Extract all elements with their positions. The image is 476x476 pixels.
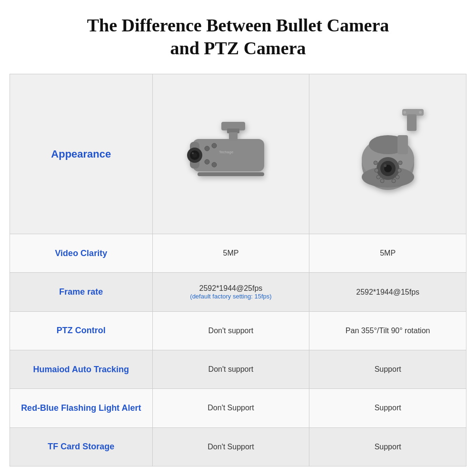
- svg-point-28: [374, 161, 377, 165]
- svg-point-10: [205, 159, 209, 164]
- bullet-video-clarity: 5MP: [152, 234, 309, 273]
- svg-point-30: [377, 175, 380, 179]
- row-video-clarity: Video Clarity 5MP 5MP: [10, 234, 466, 273]
- feature-cell-ptz-control: PTZ Control: [10, 311, 153, 350]
- ptz-humanoid-tracking: Support: [309, 350, 466, 388]
- feature-cell-red-blue-alert: Red-Blue Flashing Light Alert: [10, 389, 153, 427]
- bullet-red-blue-alert-value: Don't Support: [208, 404, 254, 412]
- row-humanoid-tracking: Humaiod Auto Tracking Don't support Supp…: [10, 350, 466, 388]
- svg-point-7: [192, 152, 194, 154]
- bullet-humanoid-tracking: Don't support: [152, 350, 309, 388]
- bullet-camera-image-cell: Techage: [152, 74, 309, 234]
- svg-rect-2: [193, 139, 264, 171]
- feature-cell-appearance: Appearance: [10, 74, 153, 234]
- svg-text:Techage: Techage: [219, 150, 234, 154]
- feature-label-frame-rate: Frame rate: [59, 287, 103, 297]
- svg-point-33: [397, 169, 401, 172]
- ptz-video-clarity: 5MP: [309, 234, 466, 273]
- ptz-frame-rate: 2592*1944@15fps: [309, 273, 466, 311]
- svg-rect-22: [397, 135, 408, 154]
- svg-point-29: [398, 161, 402, 165]
- bullet-tf-card-value: Don't Support: [208, 443, 254, 451]
- bullet-ptz-control: Don't support: [152, 311, 309, 350]
- svg-rect-16: [407, 114, 416, 131]
- ptz-humanoid-tracking-value: Support: [375, 365, 401, 373]
- feature-cell-video-clarity: Video Clarity: [10, 234, 153, 273]
- feature-label-video-clarity: Video Clarity: [55, 248, 107, 258]
- feature-label-ptz-control: PTZ Control: [57, 326, 106, 335]
- bullet-camera-image: Techage: [162, 97, 300, 211]
- bullet-video-clarity-value: 5MP: [223, 249, 239, 257]
- bullet-frame-rate-sub: (default factory setting: 15fps): [159, 293, 304, 300]
- svg-point-35: [392, 179, 396, 183]
- svg-point-8: [205, 146, 209, 151]
- feature-label-appearance: Appearance: [51, 148, 111, 160]
- ptz-tf-card-value: Support: [375, 443, 401, 451]
- bullet-tf-card: Don't Support: [152, 427, 309, 466]
- ptz-red-blue-alert-value: Support: [375, 404, 401, 412]
- title-line2: and PTZ Camera: [170, 38, 306, 58]
- ptz-ptz-control-value: Pan 355°/Tilt 90° rotation: [346, 327, 430, 335]
- feature-label-tf-card: TF Card Storage: [48, 442, 114, 451]
- svg-point-32: [375, 169, 378, 172]
- svg-point-27: [384, 164, 387, 167]
- page: The Difference Between Bullet Camera and…: [0, 0, 476, 476]
- ptz-tf-card: Support: [309, 427, 466, 466]
- row-frame-rate: Frame rate 2592*1944@25fps (default fact…: [10, 273, 466, 311]
- comparison-table: Appearance: [10, 74, 466, 466]
- row-appearance: Appearance: [10, 74, 466, 234]
- ptz-camera-svg: [345, 107, 431, 202]
- ptz-red-blue-alert: Support: [309, 389, 466, 427]
- row-ptz-control: PTZ Control Don't support Pan 355°/Tilt …: [10, 311, 466, 350]
- svg-point-18: [419, 111, 422, 114]
- bullet-red-blue-alert: Don't Support: [152, 389, 309, 427]
- bullet-camera-svg: Techage: [183, 121, 278, 188]
- feature-label-humanoid-tracking: Humaiod Auto Tracking: [33, 365, 129, 374]
- row-red-blue-alert: Red-Blue Flashing Light Alert Don't Supp…: [10, 389, 466, 427]
- ptz-ptz-control: Pan 355°/Tilt 90° rotation: [309, 311, 466, 350]
- bullet-frame-rate: 2592*1944@25fps (default factory setting…: [152, 273, 309, 311]
- svg-point-9: [212, 143, 217, 148]
- feature-label-red-blue-alert: Red-Blue Flashing Light Alert: [21, 403, 141, 413]
- feature-cell-humanoid-tracking: Humaiod Auto Tracking: [10, 350, 153, 388]
- bullet-ptz-control-value: Don't support: [208, 327, 254, 335]
- feature-cell-tf-card: TF Card Storage: [10, 427, 153, 466]
- svg-point-31: [396, 175, 399, 179]
- ptz-camera-image-cell: [309, 74, 466, 234]
- title-line1: The Difference Between Bullet Camera: [87, 15, 389, 35]
- bullet-frame-rate-value: 2592*1944@25fps (default factory setting…: [159, 284, 304, 300]
- bullet-frame-rate-main: 2592*1944@25fps: [159, 284, 304, 293]
- ptz-video-clarity-value: 5MP: [380, 249, 396, 257]
- ptz-camera-image: [319, 97, 456, 211]
- svg-rect-14: [229, 132, 238, 141]
- bullet-humanoid-tracking-value: Don't support: [208, 365, 254, 373]
- ptz-frame-rate-value: 2592*1944@15fps: [356, 288, 419, 296]
- svg-point-34: [380, 179, 384, 183]
- svg-rect-13: [198, 172, 264, 176]
- svg-point-17: [403, 111, 406, 114]
- svg-point-11: [212, 162, 217, 167]
- page-title: The Difference Between Bullet Camera and…: [87, 14, 389, 60]
- feature-cell-frame-rate: Frame rate: [10, 273, 153, 311]
- row-tf-card: TF Card Storage Don't Support Support: [10, 427, 466, 466]
